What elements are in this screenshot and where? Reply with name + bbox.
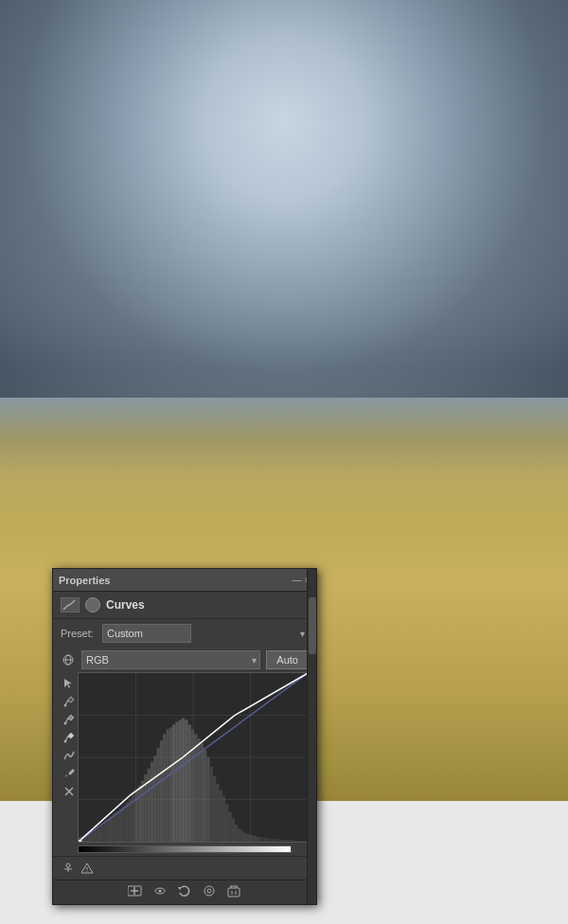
reset-button[interactable] xyxy=(177,884,192,900)
svg-rect-55 xyxy=(194,734,197,842)
pointer-tool-button[interactable] xyxy=(62,676,77,691)
panel-titlebar: Properties — ≡ xyxy=(53,569,316,592)
svg-rect-51 xyxy=(182,718,185,842)
svg-rect-68 xyxy=(235,825,238,842)
preset-select-wrapper: Custom Default Strong Contrast Linear Co… xyxy=(102,624,309,643)
svg-rect-43 xyxy=(157,748,160,842)
svg-point-109 xyxy=(207,889,211,893)
svg-rect-26 xyxy=(103,823,106,842)
preset-label: Preset: xyxy=(61,628,97,639)
svg-rect-38 xyxy=(141,781,144,842)
svg-rect-74 xyxy=(254,836,257,842)
svg-rect-79 xyxy=(269,839,272,842)
curves-area xyxy=(61,672,309,843)
visibility-button[interactable] xyxy=(152,884,168,900)
svg-rect-28 xyxy=(110,817,113,842)
panel-mode-icon[interactable] xyxy=(85,597,100,613)
svg-rect-29 xyxy=(113,813,115,842)
panel-scrollbar[interactable] xyxy=(307,569,316,904)
svg-rect-25 xyxy=(100,826,103,842)
svg-rect-63 xyxy=(220,791,222,842)
svg-rect-24 xyxy=(98,828,100,842)
panel-collapse-button[interactable]: — xyxy=(292,575,301,585)
svg-rect-40 xyxy=(148,769,151,842)
svg-rect-30 xyxy=(116,811,119,842)
svg-rect-57 xyxy=(201,743,204,842)
preset-row: Preset: Custom Default Strong Contrast L… xyxy=(53,619,316,648)
bottom-tools-row xyxy=(53,856,316,880)
add-adjustment-button[interactable] xyxy=(128,884,143,900)
svg-rect-54 xyxy=(191,729,194,842)
panel-title: Properties xyxy=(59,575,110,586)
warning-button[interactable] xyxy=(80,862,95,875)
svg-rect-61 xyxy=(213,776,216,842)
svg-rect-66 xyxy=(228,811,231,842)
auto-button[interactable]: Auto xyxy=(266,650,309,669)
svg-point-5 xyxy=(64,722,67,725)
svg-rect-64 xyxy=(222,797,225,842)
svg-point-101 xyxy=(87,871,88,872)
svg-rect-46 xyxy=(166,729,169,842)
svg-marker-107 xyxy=(178,887,182,890)
svg-rect-27 xyxy=(107,820,110,842)
svg-rect-32 xyxy=(122,806,125,842)
svg-rect-65 xyxy=(225,804,228,842)
gradient-bar-bottom xyxy=(78,845,292,853)
svg-marker-8 xyxy=(65,774,67,777)
svg-rect-7 xyxy=(68,769,75,775)
eyedropper-gray-button[interactable] xyxy=(62,712,77,727)
svg-rect-75 xyxy=(257,837,259,842)
svg-rect-44 xyxy=(160,740,163,842)
svg-point-6 xyxy=(64,740,67,743)
pencil-tool-button[interactable] xyxy=(62,766,77,781)
scrollbar-thumb[interactable] xyxy=(309,597,316,654)
svg-rect-47 xyxy=(169,727,172,842)
svg-rect-82 xyxy=(278,840,281,842)
svg-rect-77 xyxy=(263,838,266,842)
svg-rect-41 xyxy=(151,762,153,842)
channel-select[interactable]: RGB Red Green Blue xyxy=(81,650,260,669)
delete-button[interactable] xyxy=(226,884,241,900)
anchor-tool-button[interactable] xyxy=(61,862,76,875)
svg-rect-37 xyxy=(138,786,141,842)
svg-rect-110 xyxy=(228,888,240,897)
reset-tool-button[interactable] xyxy=(62,784,77,799)
svg-rect-87 xyxy=(294,841,297,842)
curves-canvas[interactable] xyxy=(78,672,309,843)
panel-header: Curves xyxy=(53,592,316,619)
svg-rect-22 xyxy=(91,832,94,842)
svg-rect-70 xyxy=(241,831,244,842)
svg-rect-85 xyxy=(288,840,291,842)
svg-rect-62 xyxy=(216,784,219,842)
svg-rect-33 xyxy=(126,802,129,842)
panel-footer xyxy=(53,880,316,904)
channel-row: RGB Red Green Blue Auto xyxy=(53,648,316,672)
sky-layer xyxy=(0,0,568,398)
svg-rect-67 xyxy=(232,818,235,842)
tools-column xyxy=(61,672,78,843)
svg-rect-59 xyxy=(206,757,209,842)
toggle-view-button[interactable] xyxy=(202,884,217,900)
svg-rect-42 xyxy=(153,755,156,842)
smooth-tool-button[interactable] xyxy=(62,748,77,763)
svg-point-96 xyxy=(66,863,70,867)
svg-rect-78 xyxy=(266,838,269,842)
svg-rect-60 xyxy=(210,767,213,842)
properties-panel: Properties — ≡ Curves Preset: Custom Def… xyxy=(52,568,317,905)
svg-rect-83 xyxy=(282,840,285,842)
svg-rect-48 xyxy=(172,724,175,842)
preset-select[interactable]: Custom Default Strong Contrast Linear Co… xyxy=(102,624,191,643)
eyedropper-black-button[interactable] xyxy=(62,694,77,709)
svg-rect-52 xyxy=(185,720,187,842)
svg-rect-76 xyxy=(259,837,262,842)
svg-rect-23 xyxy=(95,830,98,842)
svg-rect-89 xyxy=(300,841,303,842)
svg-rect-94 xyxy=(79,840,81,842)
svg-rect-45 xyxy=(163,734,166,842)
svg-rect-69 xyxy=(238,828,240,842)
channel-select-wrapper: RGB Red Green Blue xyxy=(81,650,260,669)
svg-rect-72 xyxy=(247,834,250,842)
eyedropper-white-button[interactable] xyxy=(62,730,77,745)
svg-point-106 xyxy=(159,890,162,893)
curves-label: Curves xyxy=(106,598,145,612)
